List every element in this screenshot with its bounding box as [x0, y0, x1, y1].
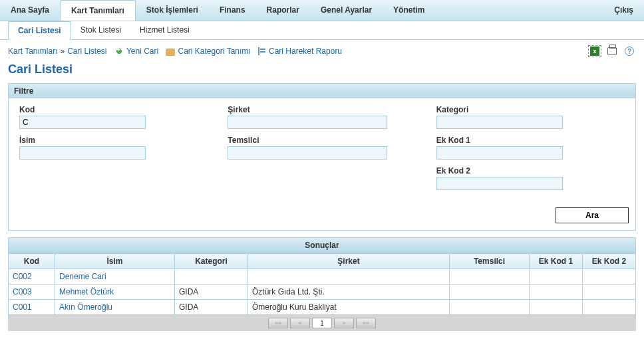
row-kategori: GIDA: [175, 300, 248, 315]
topnav-yonetim[interactable]: Yönetim: [383, 0, 435, 21]
row-temsilci: [450, 300, 530, 315]
results-table: Kod İsim Kategori Şirket Temsilci Ek Kod…: [8, 253, 636, 315]
help-button[interactable]: ?: [623, 45, 636, 57]
row-ek2: [583, 269, 636, 284]
excel-icon: x: [590, 47, 599, 56]
folder-icon: [166, 49, 175, 56]
row-sirket: Ömeroğlu Kuru Bakliyat: [248, 300, 450, 315]
col-sirket: Şirket: [248, 254, 450, 269]
filter-panel: Filtre Kod İsim Şirket Temsilci: [8, 83, 636, 231]
ek2-label: Ek Kod 2: [436, 166, 625, 175]
row-kod-link[interactable]: C001: [13, 302, 32, 312]
row-isim-link[interactable]: Akın Ömeroğlu: [59, 302, 112, 312]
col-ek2: Ek Kod 2: [583, 254, 636, 269]
topnav-finans[interactable]: Finans: [209, 0, 256, 21]
temsilci-label: Temsilci: [228, 136, 416, 145]
add-icon: [114, 47, 124, 56]
topnav-ana-sayfa[interactable]: Ana Sayfa: [0, 0, 60, 21]
row-ek1: [530, 284, 583, 300]
results-title: Sonuçlar: [8, 237, 636, 253]
page-last-button[interactable]: »»: [356, 318, 376, 328]
export-excel-button[interactable]: x: [588, 45, 601, 57]
col-kod: Kod: [9, 254, 55, 269]
page-title: Cari Listesi: [0, 62, 644, 83]
row-isim-link[interactable]: Mehmet Öztürk: [59, 287, 114, 296]
print-button[interactable]: [605, 45, 619, 57]
topnav-stok-islemleri[interactable]: Stok İşlemleri: [136, 0, 209, 21]
row-temsilci: [450, 269, 530, 284]
ek1-input[interactable]: [436, 146, 563, 160]
row-temsilci: [450, 284, 530, 300]
page-number: 1: [312, 318, 332, 328]
topnav-raporlar[interactable]: Raporlar: [256, 0, 310, 21]
sirket-label: Şirket: [228, 105, 416, 114]
topnav-cikis[interactable]: Çıkış: [603, 0, 644, 21]
row-sirket: Öztürk Gıda Ltd. Şti.: [248, 284, 450, 300]
sirket-input[interactable]: [228, 116, 387, 129]
kategori-input[interactable]: [436, 116, 563, 129]
isim-label: İsim: [19, 136, 208, 145]
row-isim-link[interactable]: Deneme Cari: [59, 272, 106, 281]
paginator: «« « 1 » »»: [8, 315, 636, 331]
topnav-kart-tanimlari[interactable]: Kart Tanımları: [60, 0, 136, 21]
action-bar: Kart Tanımları » Cari Listesi Yeni Cari …: [0, 40, 644, 62]
action-hareket-raporu[interactable]: Cari Hareket Raporu: [269, 47, 342, 56]
col-temsilci: Temsilci: [450, 254, 530, 269]
col-ek1: Ek Kod 1: [530, 254, 583, 269]
page-first-button[interactable]: ««: [268, 318, 288, 328]
topnav-genel-ayarlar[interactable]: Genel Ayarlar: [310, 0, 383, 21]
isim-input[interactable]: [19, 146, 146, 160]
breadcrumb-kart-tanimlari[interactable]: Kart Tanımları: [8, 47, 57, 56]
help-icon: ?: [625, 47, 634, 56]
kategori-label: Kategori: [436, 105, 625, 114]
row-sirket: [248, 269, 450, 284]
col-isim: İsim: [55, 254, 175, 269]
report-icon: [258, 47, 266, 55]
breadcrumb-cari-listesi[interactable]: Cari Listesi: [67, 47, 106, 56]
top-nav: Ana Sayfa Kart Tanımları Stok İşlemleri …: [0, 0, 644, 21]
kod-label: Kod: [19, 105, 208, 114]
row-kod-link[interactable]: C002: [13, 272, 32, 281]
row-ek2: [583, 300, 636, 315]
filter-header: Filtre: [9, 84, 635, 98]
row-kod-link[interactable]: C003: [13, 287, 32, 296]
table-row: C001 Akın Ömeroğlu GIDA Ömeroğlu Kuru Ba…: [9, 300, 636, 315]
ek1-label: Ek Kod 1: [436, 136, 625, 145]
page-next-button[interactable]: »: [334, 318, 354, 328]
subnav-hizmet-listesi[interactable]: Hizmet Listesi: [130, 21, 199, 39]
row-kategori: [175, 269, 248, 284]
row-ek1: [530, 300, 583, 315]
table-row: C002 Deneme Cari: [9, 269, 636, 284]
temsilci-input[interactable]: [228, 146, 387, 160]
row-ek2: [583, 284, 636, 300]
col-kategori: Kategori: [175, 254, 248, 269]
breadcrumb-sep: »: [60, 47, 65, 56]
sub-nav: Cari Listesi Stok Listesi Hizmet Listesi: [0, 21, 644, 40]
kod-input[interactable]: [19, 116, 146, 129]
action-yeni-cari[interactable]: Yeni Cari: [126, 47, 158, 56]
row-ek1: [530, 269, 583, 284]
action-kategori-tanimi[interactable]: Cari Kategori Tanımı: [178, 47, 250, 56]
results-panel: Sonuçlar Kod İsim Kategori Şirket Temsil…: [8, 237, 636, 315]
row-kategori: GIDA: [175, 284, 248, 300]
print-icon: [607, 47, 617, 55]
table-row: C003 Mehmet Öztürk GIDA Öztürk Gıda Ltd.…: [9, 284, 636, 300]
subnav-stok-listesi[interactable]: Stok Listesi: [71, 21, 130, 39]
search-button[interactable]: Ara: [556, 207, 629, 223]
page-prev-button[interactable]: «: [290, 318, 310, 328]
subnav-cari-listesi[interactable]: Cari Listesi: [8, 21, 71, 40]
ek2-input[interactable]: [436, 177, 563, 190]
